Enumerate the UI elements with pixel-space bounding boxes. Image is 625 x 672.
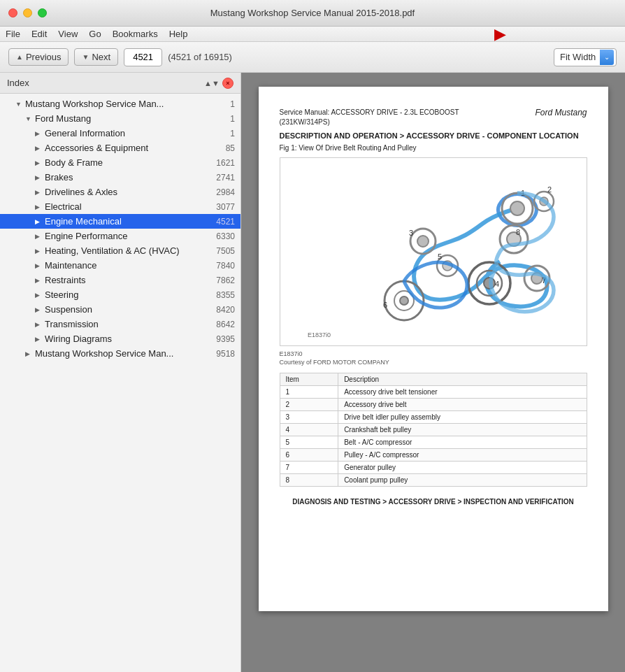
sidebar-item-label: Steering xyxy=(45,289,212,300)
doc-header: Service Manual: ACCESSORY DRIVE - 2.3L E… xyxy=(280,108,587,127)
menu-edit[interactable]: Edit xyxy=(31,29,47,39)
sidebar-item-label: Engine Performance xyxy=(45,231,212,241)
tree-arrow-icon: ▶ xyxy=(25,350,35,357)
close-icon: × xyxy=(226,80,229,87)
table-row: 5Belt - A/C compressor xyxy=(280,436,587,449)
sidebar-header: Index ▲▼ × xyxy=(0,73,240,94)
sidebar-item-page: 9518 xyxy=(216,349,235,359)
sidebar-item-page: 9395 xyxy=(216,334,235,344)
component-table: Item Description 1Accessory drive belt t… xyxy=(280,373,587,487)
sidebar: Index ▲▼ × ▼ Mustang Workshop Service Ma… xyxy=(0,73,241,672)
menu-go[interactable]: Go xyxy=(89,29,101,39)
main-content: Index ▲▼ × ▼ Mustang Workshop Service Ma… xyxy=(0,73,625,672)
sidebar-item-page: 7840 xyxy=(216,261,235,271)
title-bar: Mustang Workshop Service Manual 2015-201… xyxy=(0,0,625,27)
belt-diagram-image: 1 2 3 4 xyxy=(280,157,587,346)
sidebar-item-drivelines[interactable]: ▶ Drivelines & Axles 2984 xyxy=(0,185,240,199)
sidebar-item-label: Drivelines & Axles xyxy=(45,187,212,197)
sidebar-item-label: Ford Mustang xyxy=(35,113,226,124)
sidebar-item-page: 2984 xyxy=(216,187,235,197)
service-title-line1: Service Manual: ACCESSORY DRIVE - 2.3L E… xyxy=(280,108,459,117)
close-window-button[interactable] xyxy=(8,8,17,17)
sidebar-item-accessories[interactable]: ▶ Accessories & Equipment 85 xyxy=(0,141,240,155)
sidebar-item-page: 7862 xyxy=(216,276,235,285)
service-title: Service Manual: ACCESSORY DRIVE - 2.3L E… xyxy=(280,108,459,127)
next-button[interactable]: ▼ Next xyxy=(74,48,118,66)
sidebar-item-body-frame[interactable]: ▶ Body & Frame 1621 xyxy=(0,155,240,170)
sidebar-item-hvac[interactable]: ▶ Heating, Ventilation & AC (HVAC) 7505 xyxy=(0,243,240,258)
sidebar-item-page: 1621 xyxy=(216,158,235,168)
sidebar-title: Index xyxy=(7,78,29,88)
sidebar-item-brakes[interactable]: ▶ Brakes 2741 xyxy=(0,170,240,185)
document-page: Service Manual: ACCESSORY DRIVE - 2.3L E… xyxy=(259,87,608,611)
table-cell-description: Pulley - A/C compressor xyxy=(338,449,587,462)
table-row: 8Coolant pump pulley xyxy=(280,474,587,487)
table-cell-description: Drive belt idler pulley assembly xyxy=(338,411,587,424)
sidebar-collapse-button[interactable]: ▲▼ xyxy=(206,77,218,90)
svg-point-19 xyxy=(400,296,408,305)
window-title: Mustang Workshop Service Manual 2015-201… xyxy=(210,8,415,18)
footer-title: DIAGNOSIS AND TESTING > ACCESSORY DRIVE … xyxy=(280,498,587,506)
table-cell-description: Accessory drive belt xyxy=(338,399,587,411)
sidebar-item-label: Accessories & Equipment xyxy=(45,143,222,153)
svg-rect-0 xyxy=(301,161,566,343)
sidebar-item-page: 8420 xyxy=(216,305,235,315)
sidebar-item-label: Wiring Diagrams xyxy=(45,334,212,344)
sidebar-item-label: General Information xyxy=(45,128,226,138)
menu-bar: File Edit View Go Bookmarks Help xyxy=(0,27,625,42)
maximize-window-button[interactable] xyxy=(38,8,47,17)
sidebar-item-page: 7505 xyxy=(216,246,235,256)
menu-help[interactable]: Help xyxy=(169,29,188,39)
sidebar-item-page: 1 xyxy=(230,99,235,109)
sidebar-item-steering[interactable]: ▶ Steering 8355 xyxy=(0,287,240,302)
fit-width-select[interactable]: Fit Page Fit Width Fit Height 75% 100% 1… xyxy=(554,48,617,66)
fit-select-wrapper: Fit Page Fit Width Fit Height 75% 100% 1… xyxy=(554,48,617,66)
previous-button[interactable]: ▲ Previous xyxy=(8,48,69,66)
page-count-label: (4521 of 16915) xyxy=(168,52,232,62)
svg-point-2 xyxy=(510,201,524,215)
menu-bookmarks[interactable]: Bookmarks xyxy=(113,29,158,39)
svg-text:4: 4 xyxy=(495,280,499,288)
sidebar-item-label: Engine Mechanical xyxy=(45,216,212,227)
table-cell-description: Coolant pump pulley xyxy=(338,474,587,487)
toolbar: ▲ Previous ▼ Next (4521 of 16915) Fit Pa… xyxy=(0,42,625,73)
tree-arrow-icon: ▶ xyxy=(35,174,45,181)
sidebar-close-button[interactable]: × xyxy=(222,78,234,89)
tree-arrow-icon: ▶ xyxy=(35,248,45,255)
sidebar-item-label: Suspension xyxy=(45,304,212,315)
table-cell-description: Belt - A/C compressor xyxy=(338,436,587,449)
doc-brand: Ford Mustang xyxy=(535,108,587,117)
menu-file[interactable]: File xyxy=(6,29,20,39)
table-cell-description: Crankshaft belt pulley xyxy=(338,424,587,436)
sidebar-item-wiring[interactable]: ▶ Wiring Diagrams 9395 xyxy=(0,331,240,346)
down-arrow-icon: ▼ xyxy=(82,53,89,61)
svg-text:8: 8 xyxy=(516,228,520,236)
minimize-window-button[interactable] xyxy=(23,8,32,17)
fit-width-select-wrap: Fit Page Fit Width Fit Height 75% 100% 1… xyxy=(554,48,617,66)
sidebar-item-suspension[interactable]: ▶ Suspension 8420 xyxy=(0,302,240,317)
sidebar-item-restraints[interactable]: ▶ Restraints 7862 xyxy=(0,273,240,287)
image-ref: E1837i0 xyxy=(280,350,587,357)
menu-view[interactable]: View xyxy=(58,29,78,39)
svg-text:E1837i0: E1837i0 xyxy=(308,331,331,338)
table-row: 7Generator pulley xyxy=(280,462,587,474)
sidebar-item-label: Mustang Workshop Service Man... xyxy=(25,99,226,109)
table-header-item: Item xyxy=(280,373,338,386)
table-row: 1Accessory drive belt tensioner xyxy=(280,386,587,399)
sidebar-item-maintenance[interactable]: ▶ Maintenance 7840 xyxy=(0,258,240,273)
page-number-input[interactable] xyxy=(124,48,162,66)
svg-point-8 xyxy=(417,236,429,247)
tree-arrow-icon: ▶ xyxy=(35,130,45,137)
tree-arrow-icon: ▶ xyxy=(35,306,45,313)
sidebar-tree: ▼ Mustang Workshop Service Man... 1 ▼ Fo… xyxy=(0,94,240,672)
sidebar-item-mustang-root[interactable]: ▼ Mustang Workshop Service Man... 1 xyxy=(0,96,240,111)
table-row: 3Drive belt idler pulley assembly xyxy=(280,411,587,424)
sidebar-item-engine-performance[interactable]: ▶ Engine Performance 6330 xyxy=(0,229,240,243)
sidebar-item-transmission[interactable]: ▶ Transmission 8642 xyxy=(0,317,240,331)
sidebar-item-electrical[interactable]: ▶ Electrical 3077 xyxy=(0,199,240,214)
document-area[interactable]: Service Manual: ACCESSORY DRIVE - 2.3L E… xyxy=(241,73,625,672)
sidebar-item-engine-mechanical[interactable]: ▶ Engine Mechanical 4521 xyxy=(0,214,240,229)
sidebar-item-mustang-2[interactable]: ▶ Mustang Workshop Service Man... 9518 xyxy=(0,346,240,361)
sidebar-item-ford-mustang[interactable]: ▼ Ford Mustang 1 xyxy=(0,111,240,126)
sidebar-item-general-info[interactable]: ▶ General Information 1 xyxy=(0,126,240,141)
